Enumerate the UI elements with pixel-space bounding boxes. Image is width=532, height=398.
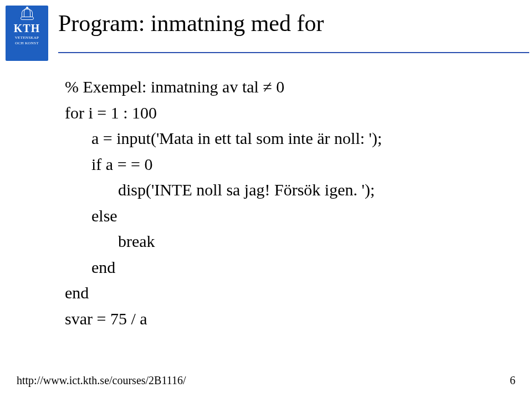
code-line: for i = 1 : 100 [65,100,515,126]
code-line: break [65,229,515,255]
code-line: disp('INTE noll sa jag! Försök igen. '); [65,177,515,203]
code-block: % Exempel: inmatning av tal ≠ 0 for i = … [65,74,515,332]
code-line: svar = 75 / a [65,306,515,332]
code-line: if a = = 0 [65,152,515,178]
crown-icon [19,9,35,20]
code-line: end [65,255,515,281]
code-line: a = input('Mata in ett tal som inte är n… [65,126,515,152]
footer-url: http://www.ict.kth.se/courses/2B1116/ [17,374,186,387]
slide-title: Program: inmatning med for [58,10,515,37]
title-rule [58,52,529,53]
code-line: end [65,280,515,306]
code-line: else [65,203,515,229]
logo-name: KTH [14,22,40,35]
logo-subtext-1: VETENSKAP [15,36,39,40]
code-line: % Exempel: inmatning av tal ≠ 0 [65,74,515,100]
kth-logo: KTH VETENSKAP OCH KONST [6,6,48,61]
page-number: 6 [510,374,515,387]
logo-subtext-2: OCH KONST [15,42,39,46]
